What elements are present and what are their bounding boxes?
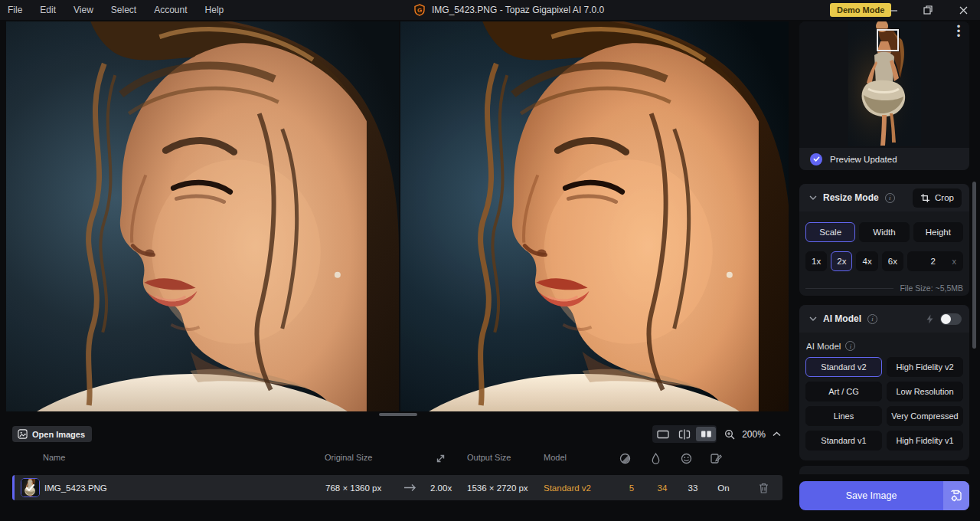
- menu-account[interactable]: Account: [154, 5, 187, 15]
- scale-6x[interactable]: 6x: [882, 251, 903, 271]
- navigator-thumbnail[interactable]: [848, 21, 921, 146]
- file-table-row[interactable]: IMG_5423.PNG 768 × 1360 px 2.00x 1536 × …: [12, 475, 782, 500]
- save-options-button[interactable]: [943, 481, 969, 510]
- window-title: G IMG_5423.PNG - Topaz Gigapixel AI 7.0.…: [413, 0, 604, 20]
- auto-model-toggle[interactable]: [940, 313, 962, 325]
- menu-view[interactable]: View: [74, 5, 93, 15]
- scale-4x[interactable]: 4x: [856, 251, 877, 271]
- zoom-control[interactable]: 200%: [720, 425, 786, 443]
- lightning-icon: [926, 314, 934, 324]
- navigator-panel: ••• Preview Updated: [799, 21, 969, 170]
- preview-status: Preview Updated: [799, 148, 969, 170]
- scale-1x[interactable]: 1x: [805, 251, 827, 271]
- row-face-recovery-value[interactable]: 33: [681, 475, 705, 500]
- model-high-fidelity-v1[interactable]: High Fidelity v1: [887, 431, 963, 451]
- model-standard-v1[interactable]: Standard v1: [805, 431, 882, 451]
- model-art-cg[interactable]: Art / CG: [805, 382, 882, 401]
- scale-options: 1x 2x 4x 6x 2 x: [805, 251, 963, 271]
- model-high-fidelity-v2[interactable]: High Fidelity v2: [887, 357, 963, 377]
- model-standard-v2[interactable]: Standard v2: [805, 357, 882, 377]
- navigator-image-area: •••: [799, 21, 969, 148]
- save-image-button[interactable]: Save Image: [799, 481, 969, 510]
- single-view-button[interactable]: [653, 427, 673, 441]
- row-gamma-value[interactable]: On: [711, 475, 736, 500]
- file-thumbnail-checkbox[interactable]: [21, 478, 40, 497]
- menu-help[interactable]: Help: [205, 5, 224, 15]
- row-model[interactable]: Standard v2: [544, 475, 591, 500]
- zoom-icon: [724, 429, 735, 440]
- resize-mode-header[interactable]: Resize Mode i Crop: [799, 184, 969, 211]
- column-output-size: Output Size: [467, 453, 511, 462]
- row-selected-accent: [12, 475, 15, 500]
- column-model: Model: [544, 453, 567, 462]
- chevron-down-icon: [809, 316, 817, 321]
- navigator-menu-icon[interactable]: •••: [954, 25, 963, 38]
- custom-scale-input[interactable]: 2 x: [907, 251, 963, 271]
- close-button[interactable]: [950, 0, 976, 20]
- resize-mode-panel: Resize Mode i Crop Scale Width Height 1x…: [799, 184, 969, 296]
- model-very-compressed[interactable]: Very Compressed: [887, 406, 963, 426]
- scale-2x[interactable]: 2x: [831, 251, 852, 271]
- after-image-pane[interactable]: [400, 21, 789, 411]
- title-bar: File Edit View Select Account Help G IMG…: [0, 0, 980, 20]
- denoise-column-icon: [619, 452, 632, 465]
- right-sidebar: ••• Preview Updated Resize Mode i Crop: [799, 21, 969, 521]
- divider: [805, 288, 893, 289]
- delete-file-icon[interactable]: [758, 482, 769, 494]
- check-circle-icon: [810, 153, 822, 165]
- tab-width[interactable]: Width: [859, 222, 909, 242]
- side-by-side-view-button[interactable]: [696, 427, 716, 441]
- minimize-button[interactable]: [880, 0, 906, 20]
- svg-text:G: G: [417, 7, 422, 14]
- row-original-size: 768 × 1360 px: [325, 475, 381, 500]
- check-icon: [25, 483, 35, 493]
- image-icon: [18, 429, 28, 439]
- model-lines[interactable]: Lines: [805, 406, 882, 426]
- upscaled-image: [400, 21, 789, 411]
- row-denoise-value[interactable]: 5: [619, 475, 644, 500]
- navigator-viewport-rect[interactable]: [877, 29, 899, 51]
- ai-model-header[interactable]: AI Model i: [799, 305, 969, 333]
- chevron-up-icon[interactable]: [773, 431, 781, 437]
- zoom-level: 200%: [742, 429, 766, 440]
- ai-model-panel: AI Model i AI Model i Standard v2 High F…: [799, 305, 969, 460]
- row-scale-factor[interactable]: 2.00x: [430, 475, 452, 500]
- info-icon: i: [845, 341, 855, 351]
- save-settings-icon: [950, 490, 962, 502]
- model-grid: Standard v2 High Fidelity v2 Art / CG Lo…: [805, 357, 963, 451]
- split-view-button[interactable]: [675, 427, 694, 441]
- toggle-knob: [941, 314, 951, 324]
- tab-scale[interactable]: Scale: [805, 222, 855, 242]
- deblur-column-icon: [649, 452, 662, 465]
- app-logo-icon: G: [413, 4, 426, 16]
- menu-select[interactable]: Select: [111, 5, 136, 15]
- gamma-column-icon: [710, 452, 723, 465]
- tab-height[interactable]: Height: [913, 222, 963, 242]
- panel-resize-handle[interactable]: [379, 413, 417, 416]
- menu-bar: File Edit View Select Account Help: [8, 0, 224, 20]
- chevron-down-icon: [809, 195, 817, 200]
- column-original-size: Original Size: [325, 453, 372, 462]
- menu-file[interactable]: File: [8, 5, 22, 15]
- ai-model-sub-label: AI Model i: [806, 341, 855, 351]
- file-size-estimate: File Size: ~5,5MB: [805, 283, 963, 293]
- row-file-name: IMG_5423.PNG: [44, 475, 107, 500]
- collapsed-panel-edge: [799, 466, 969, 474]
- original-image: [6, 21, 399, 411]
- face-recovery-column-icon: [680, 452, 693, 465]
- sidebar-scrollbar[interactable]: [972, 182, 976, 349]
- open-images-button[interactable]: Open Images: [12, 426, 92, 442]
- column-name: Name: [43, 453, 65, 462]
- scale-column-icon: [434, 452, 447, 465]
- crop-icon: [920, 193, 930, 203]
- model-low-resolution[interactable]: Low Resolution: [887, 382, 963, 401]
- arrow-right-icon: [403, 483, 417, 493]
- info-icon: i: [885, 193, 895, 203]
- row-deblur-value[interactable]: 34: [650, 475, 675, 500]
- menu-edit[interactable]: Edit: [40, 5, 56, 15]
- view-mode-toolbar: [652, 425, 717, 443]
- resize-mode-tabs: Scale Width Height: [805, 222, 963, 242]
- before-image-pane[interactable]: [6, 21, 399, 411]
- crop-button[interactable]: Crop: [913, 188, 962, 208]
- maximize-button[interactable]: [915, 0, 941, 20]
